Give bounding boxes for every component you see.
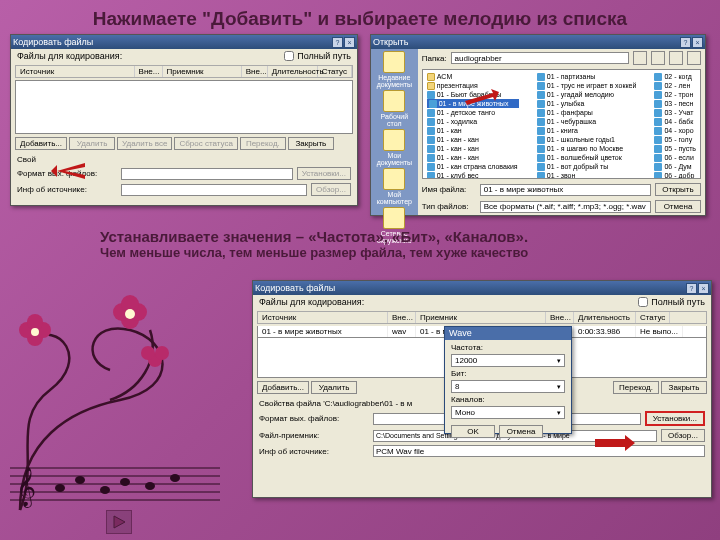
list-item[interactable]: 01 - школьные годы1: [537, 135, 637, 144]
svg-point-9: [19, 322, 35, 338]
ok-button[interactable]: OK: [451, 425, 495, 438]
file-icon: [654, 145, 662, 153]
file-list[interactable]: ACMпрезентация01 - Бьют барабаны01 - в м…: [422, 69, 701, 179]
file-icon: [537, 100, 545, 108]
file-icon: [537, 136, 545, 144]
list-item[interactable]: 02 - трон: [654, 90, 696, 99]
fullpath-checkbox[interactable]: Полный путь: [638, 297, 705, 307]
clear-status-button[interactable]: Сброс статуса: [174, 137, 237, 150]
file-icon: [537, 91, 545, 99]
list-item[interactable]: 01 - улыбка: [537, 99, 637, 108]
list-item[interactable]: ACM: [427, 72, 519, 81]
help-button[interactable]: ?: [332, 37, 343, 48]
place-recent[interactable]: Недавние документы: [373, 51, 416, 88]
list-item[interactable]: 01 - кан: [427, 126, 519, 135]
filename-field[interactable]: 01 - в мире животных: [480, 184, 651, 196]
close-button[interactable]: ×: [344, 37, 355, 48]
newfolder-icon[interactable]: [669, 51, 683, 65]
delete-all-button[interactable]: Удалить все: [117, 137, 172, 150]
convert-button[interactable]: Перекод.: [240, 137, 286, 150]
list-item[interactable]: 01 - угадай мелодию: [537, 90, 637, 99]
list-item[interactable]: 01 - вот добрый ты: [537, 162, 637, 171]
list-item[interactable]: 05 - голу: [654, 135, 696, 144]
convert-button[interactable]: Перекод.: [613, 381, 659, 394]
list-item[interactable]: 03 - песн: [654, 99, 696, 108]
place-mydocs[interactable]: Мои документы: [373, 129, 416, 166]
channels-select[interactable]: Моно: [451, 406, 565, 419]
file-icon: [427, 172, 435, 180]
list-item[interactable]: 01 - партизаны: [537, 72, 637, 81]
red-arrow-icon: [595, 435, 635, 451]
place-mycomp[interactable]: Мой компьютер: [373, 168, 416, 205]
list-item[interactable]: 01 - чебурашка: [537, 117, 637, 126]
computer-icon: [383, 168, 405, 190]
close-button[interactable]: ×: [698, 283, 709, 294]
red-arrow-icon: [51, 163, 85, 179]
svg-marker-2: [465, 89, 499, 105]
next-slide-button[interactable]: [106, 510, 132, 534]
bit-select[interactable]: 8: [451, 380, 565, 393]
cancel-button[interactable]: Отмена: [499, 425, 543, 438]
browse-button[interactable]: Обзор...: [661, 429, 705, 442]
cancel-button[interactable]: Отмена: [655, 200, 701, 213]
file-icon: [537, 118, 545, 126]
list-item[interactable]: 01 - волшебный цветок: [537, 153, 637, 162]
list-item[interactable]: 01 - кан страна словакия: [427, 162, 519, 171]
list-item[interactable]: 04 - хоро: [654, 126, 696, 135]
list-item[interactable]: 03 - Учат: [654, 108, 696, 117]
list-item[interactable]: 01 - ходилка: [427, 117, 519, 126]
filter-combo[interactable]: Все форматы (*.aif; *.aiff; *.mp3; *.ogg…: [480, 201, 651, 213]
list-item[interactable]: 02 - лен: [654, 81, 696, 90]
back-icon[interactable]: [633, 51, 647, 65]
slide-subtext: Устанавливаете значения – «Частота», «Би…: [100, 228, 700, 260]
list-item[interactable]: 01 - кан - кан: [427, 144, 519, 153]
list-item[interactable]: 06 - если: [654, 153, 696, 162]
list-item[interactable]: 01 - клуб вес: [427, 171, 519, 179]
list-item[interactable]: 01 - звон: [537, 171, 637, 179]
outfmt-label: Формат вых. файлов:: [259, 414, 369, 423]
file-icon: [427, 91, 435, 99]
help-button[interactable]: ?: [680, 37, 691, 48]
browse-button[interactable]: Обзор...: [311, 183, 351, 196]
list-item[interactable]: 02 - когд: [654, 72, 696, 81]
delete-button[interactable]: Удалить: [69, 137, 115, 150]
svg-point-27: [145, 482, 155, 490]
fullpath-checkbox[interactable]: Полный путь: [284, 51, 351, 61]
list-item[interactable]: 06 - добр: [654, 171, 696, 179]
list-item[interactable]: 01 - фанфары: [537, 108, 637, 117]
svg-point-24: [75, 476, 85, 484]
outfmt-field[interactable]: [121, 168, 293, 180]
list-item[interactable]: 01 - кан - кан: [427, 135, 519, 144]
setup-button[interactable]: Установки...: [297, 167, 351, 180]
svg-point-14: [155, 346, 169, 360]
list-item[interactable]: 01 - кан - кан: [427, 153, 519, 162]
list-item[interactable]: 01 - детское танго: [427, 108, 519, 117]
close-button[interactable]: Закрыть: [288, 137, 334, 150]
folder-combo[interactable]: audiograbber: [451, 52, 629, 64]
files-label: Файлы для кодирования:: [17, 51, 122, 61]
list-item[interactable]: 05 - пусть: [654, 144, 696, 153]
freq-select[interactable]: 12000: [451, 354, 565, 367]
list-item[interactable]: 01 - я шагаю по Москве: [537, 144, 637, 153]
file-icon: [537, 163, 545, 171]
open-button[interactable]: Открыть: [655, 183, 701, 196]
setup-button[interactable]: Установки...: [645, 411, 705, 426]
views-icon[interactable]: [687, 51, 701, 65]
svg-point-10: [35, 322, 51, 338]
place-desktop[interactable]: Рабочий стол: [373, 90, 416, 127]
file-icon: [537, 154, 545, 162]
delete-button[interactable]: Удалить: [311, 381, 357, 394]
svg-point-28: [170, 474, 180, 482]
help-button[interactable]: ?: [686, 283, 697, 294]
add-button[interactable]: Добавить...: [15, 137, 67, 150]
add-button[interactable]: Добавить...: [257, 381, 309, 394]
up-icon[interactable]: [651, 51, 665, 65]
list-item[interactable]: 06 - Дум: [654, 162, 696, 171]
list-item[interactable]: 01 - трус не играет в хоккей: [537, 81, 637, 90]
list-item[interactable]: 01 - книга: [537, 126, 637, 135]
close-button[interactable]: Закрыть: [661, 381, 707, 394]
list-item[interactable]: 04 - бабк: [654, 117, 696, 126]
close-button[interactable]: ×: [692, 37, 703, 48]
titlebar: Открыть ?×: [371, 35, 705, 49]
file-icon: [427, 118, 435, 126]
